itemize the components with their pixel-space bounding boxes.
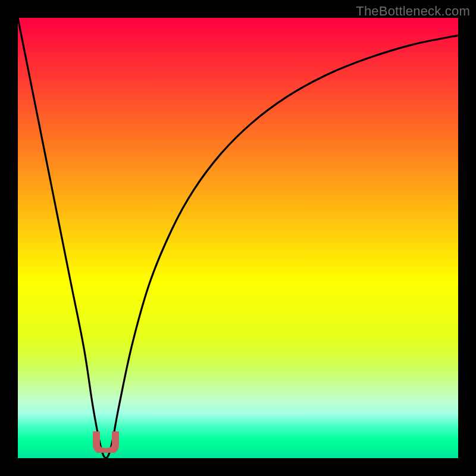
chart-frame: TheBottleneck.com <box>0 0 476 476</box>
curve-path <box>18 18 458 458</box>
plot-area <box>18 18 458 458</box>
bottleneck-curve <box>18 18 458 458</box>
watermark-text: TheBottleneck.com <box>356 4 470 19</box>
